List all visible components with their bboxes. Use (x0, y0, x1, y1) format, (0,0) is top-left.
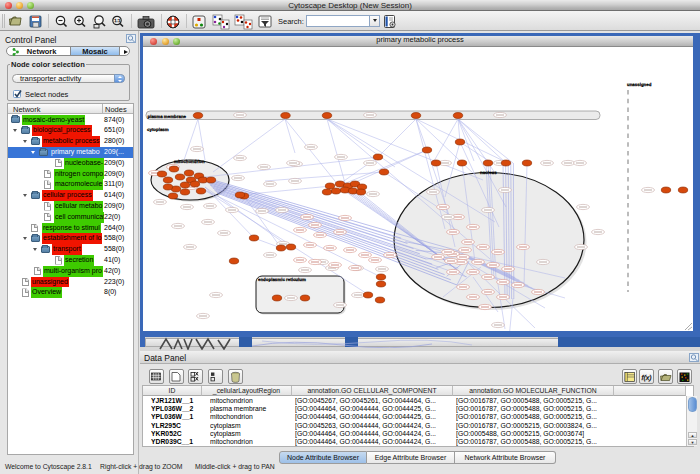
svg-text:endoplasmic reticulum: endoplasmic reticulum (258, 277, 306, 282)
svg-text:cytoplasm: cytoplasm (147, 127, 169, 132)
svg-text:f(x): f(x) (642, 374, 652, 382)
svg-text:nucleus: nucleus (480, 170, 497, 175)
svg-text:mitochondrion: mitochondrion (174, 159, 205, 164)
svg-text:1:1: 1:1 (114, 18, 121, 23)
svg-text:plasma membrane: plasma membrane (148, 114, 187, 119)
svg-text:unassigned: unassigned (627, 82, 652, 87)
